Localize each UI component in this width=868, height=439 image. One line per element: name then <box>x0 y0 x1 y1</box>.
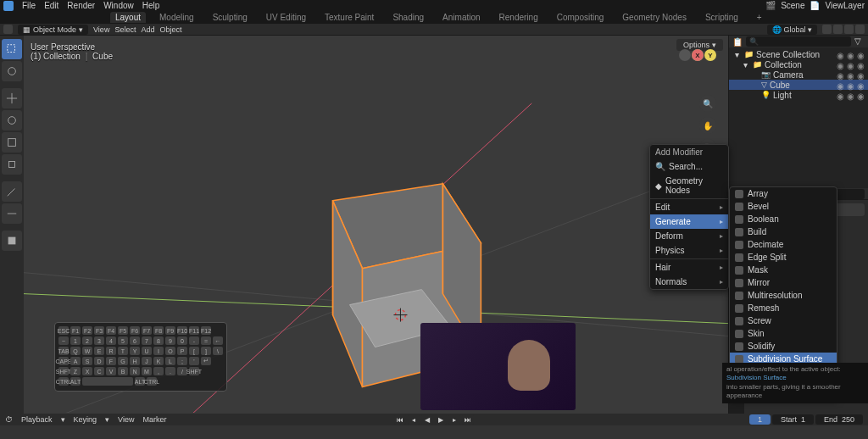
editor-type-icon[interactable] <box>3 25 13 34</box>
tool-addcube[interactable] <box>2 231 22 251</box>
render-toggle-icon[interactable]: ◉ <box>857 61 865 69</box>
outliner-row[interactable]: 💡Light◉◉◉ <box>729 90 868 100</box>
disclosure-icon[interactable]: ▾ <box>735 50 742 59</box>
tool-transform[interactable] <box>2 154 22 175</box>
tool-cursor[interactable] <box>2 61 22 81</box>
eye-toggle-icon[interactable]: ◉ <box>837 81 844 89</box>
tool-select[interactable] <box>2 39 22 59</box>
modifier-screw[interactable]: Screw <box>730 314 837 327</box>
jump-start-button[interactable]: ⏮ <box>394 414 406 425</box>
proportional-toggle[interactable] <box>833 25 843 34</box>
tl-view[interactable]: View <box>118 415 134 424</box>
keyframe-prev-button[interactable]: ◂ <box>408 414 420 425</box>
snap-toggle[interactable] <box>822 25 832 34</box>
tab-modeling[interactable]: Modeling <box>154 12 199 23</box>
tab-add[interactable]: + <box>752 12 767 23</box>
modifier-multiresolution[interactable]: Multiresolution <box>730 289 837 302</box>
menu-file[interactable]: File <box>22 1 36 10</box>
modifier-array[interactable]: Array <box>730 187 837 200</box>
dropdown-hair[interactable]: Hair▸ <box>650 260 728 275</box>
outliner-row[interactable]: 📷Camera◉◉◉ <box>729 69 868 80</box>
dropdown-normals[interactable]: Normals▸ <box>650 275 728 289</box>
render-toggle-icon[interactable]: ◉ <box>857 92 865 99</box>
tab-texturepaint[interactable]: Texture Paint <box>320 12 379 23</box>
modifier-decimate[interactable]: Decimate <box>730 238 837 251</box>
eye-toggle-icon[interactable]: ◉ <box>837 51 844 58</box>
tool-rotate[interactable] <box>2 110 22 131</box>
modifier-edge-split[interactable]: Edge Split <box>730 251 837 264</box>
tl-marker[interactable]: Marker <box>142 415 166 424</box>
modifier-build[interactable]: Build <box>730 225 837 238</box>
tool-measure[interactable] <box>2 203 22 224</box>
nav-gizmo[interactable]: Z Y X <box>677 49 718 90</box>
cursor-toggle-icon[interactable]: ◉ <box>847 81 854 89</box>
header-object[interactable]: Object <box>159 25 181 34</box>
tab-animation[interactable]: Animation <box>437 12 485 23</box>
tab-layout[interactable]: Layout <box>110 12 146 23</box>
jump-end-button[interactable]: ⏭ <box>462 414 474 425</box>
tab-sculpting[interactable]: Sculpting <box>208 12 253 23</box>
cursor-toggle-icon[interactable]: ◉ <box>847 71 854 79</box>
outliner-type-icon[interactable]: 📋 <box>732 37 743 47</box>
nav-pan-icon[interactable]: ✋ <box>699 117 716 134</box>
tab-compositing[interactable]: Compositing <box>552 12 609 23</box>
scene-field[interactable]: Scene <box>781 1 804 10</box>
header-add[interactable]: Add <box>141 25 154 34</box>
outliner-row[interactable]: ▾📁Scene Collection◉◉◉ <box>729 49 868 59</box>
menu-render[interactable]: Render <box>67 1 95 10</box>
modifier-skin[interactable]: Skin <box>730 327 837 340</box>
axis-x[interactable]: X <box>692 49 704 61</box>
modifier-mask[interactable]: Mask <box>730 264 837 276</box>
menu-edit[interactable]: Edit <box>44 1 58 10</box>
timeline-editor-icon[interactable]: ⏱ <box>5 415 13 424</box>
tab-geonodes[interactable]: Geometry Nodes <box>617 12 692 23</box>
overlay-toggle[interactable] <box>844 25 854 34</box>
render-toggle-icon[interactable]: ◉ <box>857 71 865 79</box>
render-toggle-icon[interactable]: ◉ <box>857 81 865 89</box>
dropdown-cat-physics[interactable]: Physics▸ <box>650 243 728 258</box>
xray-toggle[interactable] <box>855 25 865 34</box>
keyframe-next-button[interactable]: ▸ <box>448 414 460 425</box>
play-button[interactable]: ▶ <box>435 414 447 425</box>
3d-viewport[interactable]: User Perspective (1) Collection | Cube O… <box>24 36 728 414</box>
outliner-search[interactable]: 🔍 <box>746 36 851 47</box>
menu-window[interactable]: Window <box>103 1 134 10</box>
outliner-row[interactable]: ▽Cube◉◉◉ <box>729 80 868 90</box>
current-frame[interactable]: 1 <box>749 414 771 425</box>
dropdown-cat-edit[interactable]: Edit▸ <box>650 200 728 214</box>
tab-uv[interactable]: UV Editing <box>261 12 311 23</box>
start-frame[interactable]: Start 1 <box>772 414 814 425</box>
axis-neg[interactable] <box>679 49 691 61</box>
viewlayer-field[interactable]: ViewLayer <box>825 1 865 10</box>
filter-icon[interactable]: ▽ <box>854 36 865 47</box>
tool-scale[interactable] <box>2 132 22 153</box>
modifier-remesh[interactable]: Remesh <box>730 302 837 314</box>
modifier-mirror[interactable]: Mirror <box>730 276 837 289</box>
orientation-selector[interactable]: 🌐 Global ▾ <box>767 25 817 35</box>
tab-shading[interactable]: Shading <box>387 12 429 23</box>
tool-move[interactable] <box>2 88 22 108</box>
eye-toggle-icon[interactable]: ◉ <box>837 92 844 99</box>
render-toggle-icon[interactable]: ◉ <box>857 51 865 58</box>
modifier-bevel[interactable]: Bevel <box>730 200 837 213</box>
tool-annotate[interactable] <box>2 181 22 202</box>
play-reverse-button[interactable]: ◀ <box>421 414 433 425</box>
timeline-scrubber[interactable] <box>0 425 868 439</box>
dropdown-cat-deform[interactable]: Deform▸ <box>650 229 728 243</box>
end-frame[interactable]: End 250 <box>815 414 863 425</box>
header-view[interactable]: View <box>93 25 109 34</box>
cursor-toggle-icon[interactable]: ◉ <box>847 51 854 58</box>
modifier-boolean[interactable]: Boolean <box>730 213 837 225</box>
tl-keying[interactable]: Keying <box>74 415 97 424</box>
header-select[interactable]: Select <box>114 25 136 34</box>
dropdown-cat-generate[interactable]: Generate▸ <box>650 214 728 229</box>
disclosure-icon[interactable]: ▾ <box>743 60 750 69</box>
modifier-solidify[interactable]: Solidify <box>730 340 837 353</box>
tl-playback[interactable]: Playback <box>21 415 53 424</box>
tab-rendering[interactable]: Rendering <box>494 12 543 23</box>
menu-help[interactable]: Help <box>142 1 160 10</box>
eye-toggle-icon[interactable]: ◉ <box>837 71 844 79</box>
nav-zoom-icon[interactable]: 🔍 <box>699 95 716 112</box>
eye-toggle-icon[interactable]: ◉ <box>837 61 844 69</box>
mode-selector[interactable]: ▦ Object Mode ▾ <box>18 25 88 35</box>
